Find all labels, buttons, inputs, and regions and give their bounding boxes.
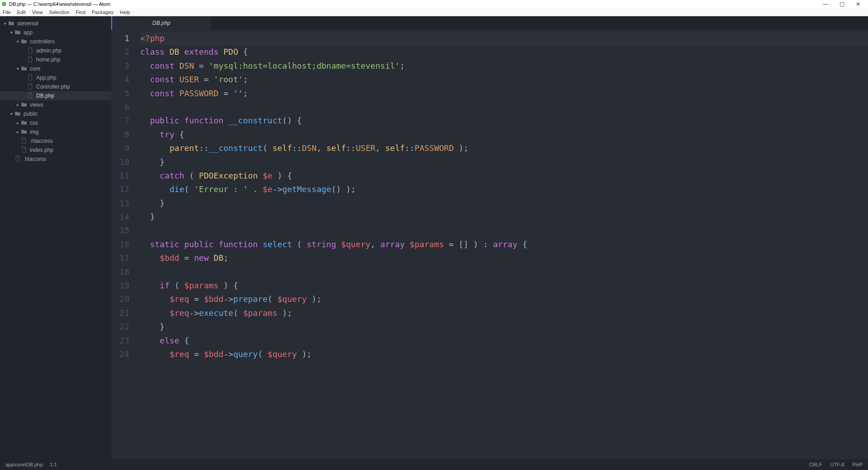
window-maximize-button[interactable]: ▢ [834,1,850,7]
code-line[interactable]: parent::__construct( self::DSN, self::US… [140,141,868,155]
project-tree[interactable]: ▾stevensil▾app▾controllers▸admin.php▸hom… [0,16,111,459]
status-line-ending[interactable]: CRLF [809,462,822,467]
chevron-down-icon[interactable]: ▾ [3,21,7,26]
line-number[interactable]: 14 [111,210,129,224]
code-line[interactable]: } [140,197,868,210]
window-minimize-button[interactable]: — [817,1,834,7]
tree-file--htaccess[interactable]: ▸.htaccess [0,136,111,146]
tree-file-db-php[interactable]: ▸DB.php [0,91,111,100]
chevron-down-icon[interactable]: ▾ [9,112,14,116]
code-line[interactable]: $req->execute( $params ); [140,306,868,320]
chevron-right-icon[interactable]: ▸ [15,130,20,134]
chevron-right-icon[interactable]: ▸ [15,121,20,125]
code-line[interactable]: static public function select ( string $… [140,238,868,251]
tree-folder-views[interactable]: ▸views [0,100,111,109]
code-line[interactable]: $bdd = new DB; [140,251,868,265]
code-line[interactable]: public function __construct() { [140,114,868,127]
tree-file-app-php[interactable]: ▸App.php [0,73,111,82]
menu-packages[interactable]: Packages [92,9,113,15]
status-path[interactable]: app\core\DB.php [5,462,43,467]
menu-edit[interactable]: Edit [17,9,26,15]
tree-folder-css[interactable]: ▸css [0,118,111,127]
code-line[interactable]: const PASSWORD = ''; [140,87,868,100]
code-line[interactable]: catch ( PDOException $e ) { [140,169,868,183]
tree-folder-core[interactable]: ▾core [0,64,111,73]
line-number[interactable]: 13 [111,197,129,210]
tree-item-label: home.php [36,56,60,63]
tab-db-php[interactable]: DB.php [111,16,211,30]
folder-icon [21,66,27,72]
tree-folder-controllers[interactable]: ▾controllers [0,37,111,46]
code-line[interactable]: $req = $bdd->prepare( $query ); [140,292,868,306]
tree-folder-img[interactable]: ▸img [0,127,111,136]
line-number[interactable]: 3 [111,59,129,73]
code-line[interactable]: const DSN = 'mysql:host=localhost;dbname… [140,59,868,73]
file-icon [14,155,21,163]
line-number[interactable]: 18 [111,265,129,279]
chevron-down-icon[interactable]: ▾ [9,30,14,35]
line-number[interactable]: 15 [111,224,129,237]
line-number[interactable]: 22 [111,320,129,334]
code-line[interactable] [140,224,868,237]
line-number[interactable]: 11 [111,169,129,183]
code-line[interactable]: } [140,210,868,224]
line-number[interactable]: 1 [111,32,129,45]
line-number[interactable]: 2 [111,45,129,59]
line-number[interactable]: 6 [111,100,129,114]
code-line[interactable]: else { [140,334,868,348]
menu-help[interactable]: Help [120,9,130,15]
tree-item-label: admin.php [36,47,61,54]
tree-file-index-php[interactable]: ▸index.php [0,146,111,155]
chevron-down-icon[interactable]: ▾ [15,66,20,71]
tree-file-controller-php[interactable]: ▸Controller.php [0,82,111,91]
line-number[interactable]: 17 [111,251,129,265]
line-number[interactable]: 12 [111,183,129,196]
tree-file-home-php[interactable]: ▸home.php [0,55,111,64]
code-content[interactable]: <?phpclass DB extends PDO { const DSN = … [136,30,868,459]
code-line[interactable]: $req = $bdd->query( $query ); [140,348,868,361]
folder-icon [21,102,27,108]
line-number[interactable]: 19 [111,279,129,292]
tree-folder-stevensil[interactable]: ▾stevensil [0,19,111,28]
line-number[interactable]: 4 [111,73,129,86]
code-line[interactable]: const USER = 'root'; [140,73,868,86]
chevron-right-icon[interactable]: ▸ [15,103,20,107]
line-number[interactable]: 8 [111,128,129,141]
file-icon [27,74,33,82]
line-number[interactable]: 9 [111,141,129,155]
status-grammar[interactable]: PHP [852,462,863,467]
code-line[interactable] [140,100,868,114]
code-line[interactable]: try { [140,128,868,141]
line-number[interactable]: 23 [111,334,129,348]
line-number[interactable]: 5 [111,87,129,100]
line-number[interactable]: 21 [111,306,129,320]
folder-icon [8,20,14,27]
line-number[interactable]: 16 [111,238,129,251]
code-line[interactable]: if ( $params ) { [140,279,868,292]
chevron-down-icon[interactable]: ▾ [15,39,20,44]
status-cursor[interactable]: 1:1 [50,462,57,467]
menu-selection[interactable]: Selection [49,9,69,15]
editor[interactable]: 123456789101112131415161718192021222324 … [111,30,868,459]
line-number[interactable]: 7 [111,114,129,127]
line-number[interactable]: 24 [111,348,129,361]
file-icon [21,137,27,145]
code-line[interactable]: } [140,320,868,334]
tree-folder-app[interactable]: ▾app [0,28,111,37]
file-icon [27,92,33,100]
menu-view[interactable]: View [32,9,43,15]
code-line[interactable]: class DB extends PDO { [140,45,868,59]
code-line[interactable]: } [140,155,868,169]
menu-find[interactable]: Find [76,9,85,15]
tree-folder-public[interactable]: ▾public [0,109,111,118]
code-line[interactable]: <?php [140,32,868,45]
tree-file--htaccess[interactable]: ▸.htaccess [0,155,111,164]
line-number[interactable]: 10 [111,155,129,169]
window-close-button[interactable]: ✕ [850,1,866,7]
line-number[interactable]: 20 [111,292,129,306]
menu-file[interactable]: File [3,9,11,15]
code-line[interactable]: die( 'Erreur : ' . $e->getMessage() ); [140,183,868,196]
status-encoding[interactable]: UTF-8 [830,462,844,467]
code-line[interactable] [140,265,868,279]
tree-file-admin-php[interactable]: ▸admin.php [0,46,111,55]
